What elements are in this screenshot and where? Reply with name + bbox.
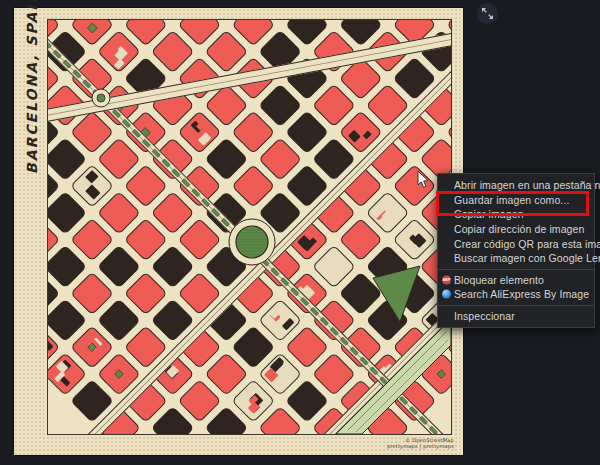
- page-background: Barcelona, Spain © OpenStreetMap prettym…: [0, 0, 600, 465]
- menu-item-crear-codigo-qr-para-esta-imagen[interactable]: Crear código QR para esta imagen: [438, 236, 594, 251]
- menu-item-copiar-direccion-de-imagen[interactable]: Copiar dirección de imagen: [438, 222, 594, 237]
- abp-icon: ABP: [442, 275, 451, 284]
- menu-item-label: Guardar imagen como...: [454, 194, 569, 206]
- menu-item-label: Bloquear elemento: [454, 274, 544, 286]
- menu-item-label: Abrir imagen en una pestaña nueva: [454, 179, 600, 191]
- menu-item-abrir-imagen-en-una-pestana-nueva[interactable]: Abrir imagen en una pestaña nueva: [438, 178, 594, 193]
- diagonal-resize-arrows-icon: [481, 7, 494, 20]
- context-menu: Abrir imagen en una pestaña nuevaGuardar…: [437, 173, 595, 328]
- menu-item-buscar-imagen-con-google-lens[interactable]: Buscar imagen con Google Lens: [438, 251, 594, 266]
- menu-item-label: Search AliExpress By Image: [454, 288, 589, 300]
- menu-separator: [438, 305, 594, 306]
- poster-title: Barcelona, Spain: [24, 0, 40, 174]
- expand-resize-button[interactable]: [477, 3, 498, 24]
- map-poster-image[interactable]: Barcelona, Spain © OpenStreetMap prettym…: [14, 8, 463, 455]
- menu-item-inspeccionar[interactable]: Inspeccionar: [438, 309, 594, 324]
- barcelona-map-graphic: [48, 20, 451, 434]
- menu-item-label: Crear código QR para esta imagen: [454, 238, 600, 250]
- menu-item-label: Copiar dirección de imagen: [454, 223, 584, 235]
- menu-item-label: Inspeccionar: [454, 310, 515, 322]
- menu-item-label: Copiar imagen: [454, 208, 524, 220]
- aliexpress-icon: [442, 290, 451, 299]
- attribution-line-2: prettymaps | prettymaps: [387, 443, 454, 449]
- menu-item-copiar-imagen[interactable]: Copiar imagen: [438, 207, 594, 222]
- menu-item-label: Buscar imagen con Google Lens: [454, 252, 600, 264]
- menu-item-search-aliexpress-by-image[interactable]: Search AliExpress By Image: [438, 287, 594, 302]
- menu-item-bloquear-elemento[interactable]: ABPBloquear elemento: [438, 273, 594, 288]
- map-attribution: © OpenStreetMap prettymaps | prettymaps: [387, 437, 454, 449]
- menu-separator: [438, 269, 594, 270]
- mouse-cursor: [417, 171, 429, 189]
- menu-item-guardar-imagen-como[interactable]: Guardar imagen como...: [438, 193, 594, 208]
